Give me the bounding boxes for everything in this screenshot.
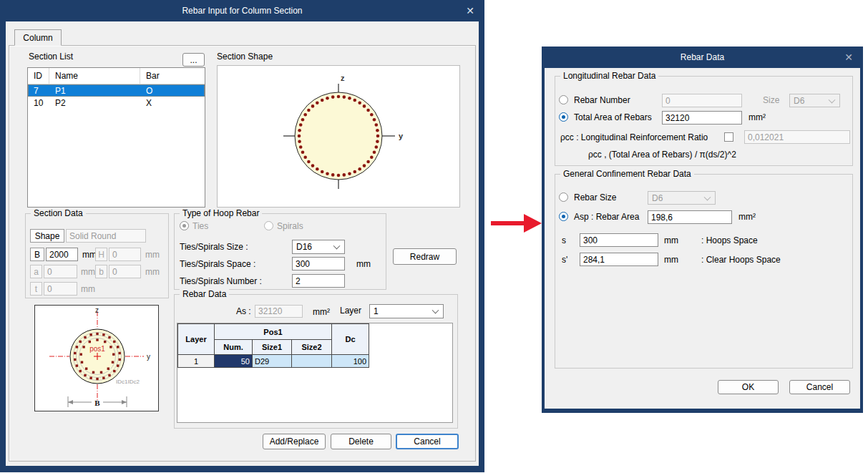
spirals-radio-label: Spirals [277, 221, 303, 232]
cell-bar: X [140, 98, 205, 108]
left-dialog-title: Rebar Input for Column Section [182, 6, 302, 16]
rebar-size-select: D6 [648, 191, 716, 205]
pcc-field: 0,012021 [744, 130, 850, 144]
screenshot-canvas: Rebar Input for Column Section ✕ Column … [0, 0, 868, 473]
browse-button[interactable]: ... [182, 53, 205, 67]
layer-select[interactable]: 1 [369, 304, 444, 318]
total-area-radio[interactable] [559, 112, 568, 122]
h-unit: mm [145, 250, 160, 260]
delete-button[interactable]: Delete [331, 434, 391, 449]
sp-desc: : Clear Hoops Space [701, 255, 781, 265]
header-size2: Size2 [292, 340, 332, 355]
as-unit: mm² [313, 307, 330, 318]
pcc-checkbox[interactable] [724, 132, 733, 142]
header-pos1: Pos1 [215, 324, 332, 340]
section-list-label: Section List [29, 52, 73, 62]
cancel-button[interactable]: Cancel [789, 380, 850, 394]
cell-id: 10 [28, 98, 49, 108]
chevron-down-icon [704, 193, 711, 200]
a-field: 0 [44, 265, 77, 278]
ties-space-label: Ties/Spirals Space : [180, 259, 255, 270]
section-list-header: ID Name Bar [28, 68, 205, 84]
rebar-data-legend: Rebar Data [180, 289, 229, 300]
rebar-size-radio[interactable] [559, 192, 568, 202]
longitudinal-legend: Longitudinal Rebar Data [560, 71, 658, 82]
cell-name: P2 [49, 98, 140, 108]
pos1-label: pos1 [89, 345, 105, 353]
shape-field-label: Shape [30, 229, 64, 243]
cell-dc[interactable]: 100 [332, 355, 369, 368]
tab-column[interactable]: Column [14, 29, 62, 46]
b-field[interactable]: 2000 [46, 248, 78, 261]
s-field[interactable]: 300 [580, 233, 658, 247]
close-icon[interactable]: ✕ [460, 0, 480, 21]
cell-num-selected[interactable]: 50 [215, 355, 253, 368]
rebar-input-dialog: Rebar Input for Column Section ✕ Column … [0, 0, 484, 472]
t-field: 0 [44, 282, 77, 296]
cell-size1[interactable]: D29 [253, 355, 292, 368]
ties-size-select[interactable]: D16 [292, 240, 345, 254]
section-data-legend: Section Data [31, 208, 86, 219]
column-name: Name [49, 68, 140, 84]
diagram-axis-y: y [147, 353, 150, 361]
size-select-value: D6 [794, 96, 804, 106]
as-label: As : [236, 306, 251, 317]
right-dialog-title: Rebar Data [681, 52, 724, 62]
ties-number-field[interactable]: 2 [292, 274, 345, 288]
redraw-button[interactable]: Redraw [393, 248, 457, 265]
as-field: 32120 [255, 305, 303, 318]
a-field-label: a [30, 265, 42, 278]
pcc-formula: ρcc , (Total Area of Rebars) / π(ds/2)^2 [588, 150, 736, 160]
header-layer: Layer [178, 324, 215, 355]
ties-radio [180, 221, 189, 230]
sp-unit: mm [664, 255, 678, 265]
rebar-number-label: Rebar Number [574, 95, 630, 106]
axis-y-label: y [399, 132, 404, 140]
shape-field: Solid Round [66, 229, 146, 243]
asp-radio[interactable] [559, 212, 568, 221]
position-diagram: pos1 z y IDc1IDc2 B [34, 305, 159, 411]
asp-field[interactable]: 198,6 [648, 210, 732, 224]
b2-field-label: b [95, 265, 107, 278]
left-dialog-titlebar[interactable]: Rebar Input for Column Section ✕ [0, 0, 484, 21]
arrow-right-icon [491, 212, 542, 235]
total-area-field[interactable]: 32120 [662, 111, 742, 125]
tab-column-label: Column [23, 33, 52, 43]
ties-space-field[interactable]: 300 [292, 257, 345, 270]
rebar-number-radio[interactable] [559, 95, 568, 104]
section-list[interactable]: ID Name Bar 7 P1 O 10 P2 X [27, 67, 205, 208]
t-field-label: t [30, 282, 42, 296]
s-label: s [562, 235, 566, 246]
asp-unit: mm² [738, 212, 756, 223]
close-icon[interactable]: ✕ [839, 47, 859, 68]
b2-field: 0 [109, 265, 141, 278]
cancel-button[interactable]: Cancel [396, 434, 459, 449]
size-label: Size [763, 95, 779, 106]
cell-id: 7 [28, 86, 49, 96]
b2-unit: mm [145, 267, 160, 278]
chevron-down-icon [829, 96, 836, 103]
cell-size2[interactable] [292, 355, 332, 368]
asp-label: Asp : Rebar Area [574, 212, 639, 223]
layer-select-value: 1 [374, 306, 379, 316]
cell-layer[interactable]: 1 [178, 355, 215, 368]
chevron-down-icon [432, 307, 439, 314]
s-desc: : Hoops Space [701, 235, 758, 246]
list-item-p1[interactable]: 7 P1 O [28, 84, 205, 97]
rebar-number-field: 0 [662, 94, 742, 107]
h-field-label: H [95, 248, 107, 261]
sp-field[interactable]: 284,1 [580, 253, 658, 266]
section-shape-preview: z y [217, 65, 460, 208]
right-dialog-titlebar[interactable]: Rebar Data ✕ [542, 47, 863, 68]
ok-button[interactable]: OK [718, 380, 779, 394]
s-unit: mm [664, 235, 678, 246]
list-item-p2[interactable]: 10 P2 X [28, 97, 205, 109]
section-shape-label: Section Shape [217, 52, 273, 62]
rebar-size-label: Rebar Size [574, 192, 616, 203]
diagram-axis-z: z [95, 306, 99, 314]
table-row: 1 50 D29 100 [178, 355, 369, 368]
ties-size-label: Ties/Spirals Size : [180, 242, 248, 253]
rebar-table: Layer Pos1 Dc Num. Size1 Size2 1 50 D29 … [177, 323, 369, 368]
add-replace-button[interactable]: Add/Replace [263, 434, 326, 449]
column-id: ID [28, 68, 49, 84]
